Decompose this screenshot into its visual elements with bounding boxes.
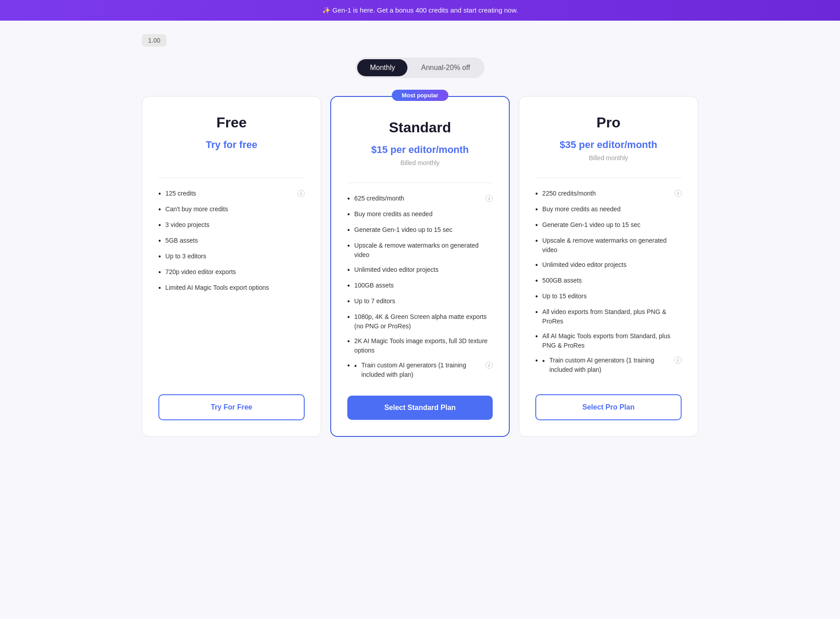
plans-container: Free Try for free 125 credits i Can't bu… <box>142 96 698 437</box>
pro-feature-8: All video exports from Standard, plus PN… <box>535 307 682 326</box>
standard-plan-price: $15 per editor/month <box>347 144 493 156</box>
standard-feature-7: Up to 7 editors <box>347 296 493 307</box>
pro-plan-price: $35 per editor/month <box>535 139 682 151</box>
pro-cta-button[interactable]: Select Pro Plan <box>535 394 682 420</box>
standard-feature-group1-info-icon: i <box>486 195 493 202</box>
pro-feature-7: Up to 15 editors <box>535 292 682 302</box>
billing-toggle: Monthly Annual-20% off <box>142 57 698 78</box>
pro-feature-5: Unlimited video editor projects <box>535 260 682 270</box>
standard-cta-button[interactable]: Select Standard Plan <box>347 396 493 420</box>
pro-feature-10: •Train custom AI generators (1 training … <box>535 356 672 375</box>
free-plan-card: Free Try for free 125 credits i Can't bu… <box>142 96 321 437</box>
free-feature-1: 125 credits <box>158 189 196 199</box>
annual-toggle-btn[interactable]: Annual-20% off <box>408 59 482 76</box>
pro-features-list: 2250 credits/month i Buy more credits as… <box>535 178 682 378</box>
toggle-container: Monthly Annual-20% off <box>355 57 484 78</box>
most-popular-badge: Most popular <box>392 90 448 101</box>
free-feature-2: Can't buy more credits <box>158 205 305 215</box>
free-feature-6: 720p video editor exports <box>158 267 305 278</box>
standard-plan-billing: Billed monthly <box>347 159 493 166</box>
standard-feature-1: 625 credits/month <box>347 194 404 204</box>
pro-plan-name: Pro <box>535 114 682 131</box>
standard-feature-6: 100GB assets <box>347 281 493 291</box>
free-plan-name: Free <box>158 114 305 131</box>
pro-feature-6: 500GB assets <box>535 276 682 286</box>
standard-feature-10: •Train custom AI generators (1 training … <box>347 361 483 379</box>
announcement-text: ✨ Gen-1 is here. Get a bonus 400 credits… <box>322 6 518 14</box>
standard-feature-5: Unlimited video editor projects <box>347 265 493 275</box>
standard-feature-4: Upscale & remove watermarks on generated… <box>347 241 493 260</box>
free-feature-7: Limited AI Magic Tools export options <box>158 283 305 293</box>
free-features-list: 125 credits i Can't buy more credits 3 v… <box>158 178 305 378</box>
pro-feature-4: Upscale & remove watermarks on generated… <box>535 236 682 255</box>
announcement-banner: ✨ Gen-1 is here. Get a bonus 400 credits… <box>0 0 840 21</box>
pro-feature-3: Generate Gen-1 video up to 15 sec <box>535 220 682 231</box>
standard-feature-2: Buy more credits as needed <box>347 209 493 220</box>
standard-feature-9: 2K AI Magic Tools image exports, full 3D… <box>347 336 493 355</box>
standard-plan-name: Standard <box>347 119 493 136</box>
standard-feature-8: 1080p, 4K & Green Screen alpha matte exp… <box>347 312 493 331</box>
monthly-toggle-btn[interactable]: Monthly <box>357 59 407 76</box>
free-feature-group-info-icon: i <box>298 190 305 197</box>
free-feature-4: 5GB assets <box>158 236 305 246</box>
pro-feature-2: Buy more credits as needed <box>535 205 682 215</box>
pro-feature-9: All AI Magic Tools exports from Standard… <box>535 331 682 350</box>
standard-feature-group2-info-icon: i <box>486 362 493 369</box>
standard-plan-card: Most popular Standard $15 per editor/mon… <box>330 96 510 437</box>
free-cta-button[interactable]: Try For Free <box>158 394 305 420</box>
standard-feature-3: Generate Gen-1 video up to 15 sec <box>347 225 493 235</box>
standard-features-list: 625 credits/month i Buy more credits as … <box>347 183 493 379</box>
pro-feature-1: 2250 credits/month <box>535 189 596 199</box>
free-feature-3: 3 video projects <box>158 220 305 231</box>
pro-plan-card: Pro $35 per editor/month Billed monthly … <box>519 96 698 437</box>
pro-feature-group1-info-icon: i <box>674 190 682 197</box>
free-plan-price[interactable]: Try for free <box>158 139 305 151</box>
version-badge: 1.00 <box>142 34 166 47</box>
version-label: 1.00 <box>148 37 160 44</box>
free-feature-5: Up to 3 editors <box>158 252 305 262</box>
pro-plan-billing: Billed monthly <box>535 154 682 161</box>
pro-feature-group2-info-icon: i <box>674 357 682 364</box>
